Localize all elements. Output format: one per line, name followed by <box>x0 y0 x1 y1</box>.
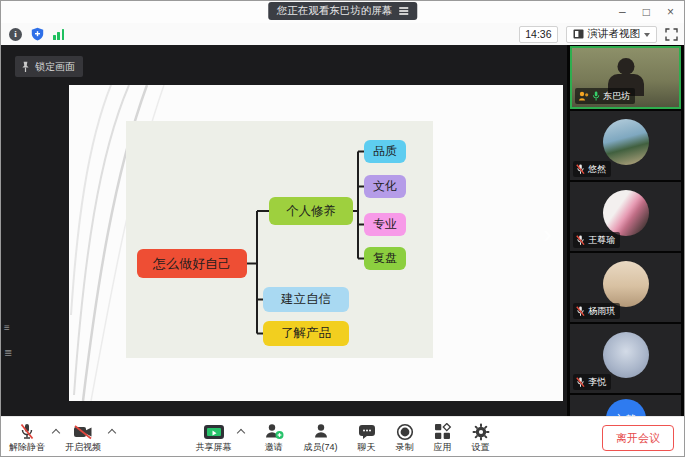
fullscreen-icon[interactable] <box>665 28 678 41</box>
titlebar: 您正在观看东巴坊的屏幕 – □ × <box>1 1 684 23</box>
mindmap-leaf-node: 专业 <box>364 213 406 236</box>
apps-icon <box>434 423 452 440</box>
toolbar-left-group: 解除静音 开启视频 <box>9 422 115 452</box>
close-button[interactable]: × <box>667 6 674 18</box>
participant-name: 悠然 <box>588 163 606 176</box>
participants-sidebar: 东巴坊 悠然 <box>567 45 684 416</box>
leave-meeting-button[interactable]: 离开会议 <box>602 425 674 451</box>
record-button[interactable]: 录制 <box>396 422 414 452</box>
participant-name: 东巴坊 <box>603 90 630 103</box>
participant-namebar: 李悦 <box>573 374 611 390</box>
annotation-list-icon[interactable]: ≣ <box>4 347 12 358</box>
minimize-button[interactable]: – <box>619 6 626 18</box>
share-options-chevron[interactable] <box>236 429 244 437</box>
mic-muted-icon <box>576 306 585 317</box>
camera-off-icon <box>73 424 93 440</box>
lock-view-label: 锁定画面 <box>35 60 75 74</box>
participant-tile[interactable]: 李悦 <box>570 324 681 393</box>
participant-tile[interactable]: 王尊瑜 <box>570 182 681 251</box>
mic-on-icon <box>592 91 600 101</box>
mindmap-canvas: 怎么做好自己 个人修养 建立自信 了解产品 品质 文化 专业 复盘 <box>126 121 433 358</box>
share-screen-label: 共享屏幕 <box>195 443 231 452</box>
bottom-toolbar: 解除静音 开启视频 <box>1 416 684 457</box>
network-signal-icon[interactable] <box>53 28 64 40</box>
members-icon <box>312 423 328 440</box>
mindmap-branch-node: 建立自信 <box>263 287 349 312</box>
share-screen-icon <box>202 424 224 440</box>
chat-label: 聊天 <box>358 443 376 452</box>
speaker-video-silhouette <box>617 58 634 75</box>
security-shield-icon[interactable] <box>31 27 44 41</box>
participant-tile[interactable]: 东巴坊 <box>570 46 681 109</box>
pin-icon <box>21 61 30 73</box>
members-label: 成员(74) <box>303 443 337 452</box>
statusbar: i 14:36 演讲者视图 <box>1 23 684 45</box>
main-area: 锁定画面 怎么做好自己 <box>1 45 684 416</box>
invite-icon <box>263 423 283 440</box>
shared-screen-stage: 锁定画面 怎么做好自己 <box>1 45 567 416</box>
toolbar-center-group: 共享屏幕 邀请 <box>195 422 489 452</box>
start-video-label: 开启视频 <box>65 443 101 452</box>
mic-muted-icon <box>576 164 585 175</box>
participant-tile[interactable]: 杨雨琪 <box>570 253 681 322</box>
participant-tile[interactable]: 文静 <box>570 395 681 416</box>
mindmap-root-node: 怎么做好自己 <box>137 249 247 278</box>
participant-name: 李悦 <box>588 376 606 389</box>
settings-button[interactable]: 设置 <box>472 422 490 452</box>
presenter-icon <box>578 91 589 101</box>
start-video-button[interactable]: 开启视频 <box>65 422 101 452</box>
avatar <box>603 332 649 378</box>
record-icon <box>396 423 414 441</box>
apps-label: 应用 <box>434 443 452 452</box>
banner-text: 您正在观看东巴坊的屏幕 <box>277 4 393 18</box>
invite-button[interactable]: 邀请 <box>263 422 283 452</box>
participant-name: 杨雨琪 <box>588 305 615 318</box>
statusbar-left: i <box>9 23 64 45</box>
meeting-window: 您正在观看东巴坊的屏幕 – □ × i 14:36 <box>0 0 685 457</box>
unmute-button[interactable]: 解除静音 <box>9 422 45 452</box>
avatar <box>603 261 649 307</box>
view-mode-label: 演讲者视图 <box>588 27 641 41</box>
view-mode-selector[interactable]: 演讲者视图 <box>566 26 658 43</box>
lock-view-button[interactable]: 锁定画面 <box>15 56 83 77</box>
mic-muted-icon <box>576 235 585 246</box>
participant-namebar: 东巴坊 <box>575 88 635 104</box>
avatar <box>603 119 649 165</box>
mindmap-leaf-node: 品质 <box>364 140 406 163</box>
chat-button[interactable]: 聊天 <box>358 422 376 452</box>
participant-namebar: 王尊瑜 <box>573 232 620 248</box>
annotation-menu-icon[interactable]: ≡ <box>4 322 10 333</box>
share-screen-button[interactable]: 共享屏幕 <box>195 422 231 452</box>
screen-watch-banner: 您正在观看东巴坊的屏幕 <box>268 2 418 20</box>
layout-icon <box>573 29 584 39</box>
mic-off-icon <box>19 423 35 441</box>
mindmap-branch-node: 了解产品 <box>263 321 349 346</box>
mindmap-leaf-node: 复盘 <box>364 247 406 270</box>
statusbar-right: 14:36 演讲者视图 <box>519 23 678 45</box>
apps-button[interactable]: 应用 <box>434 422 452 452</box>
meeting-info-icon[interactable]: i <box>9 28 22 41</box>
banner-menu-icon[interactable] <box>399 7 408 14</box>
record-label: 录制 <box>396 443 414 452</box>
mindmap-leaf-node: 文化 <box>364 175 406 198</box>
maximize-button[interactable]: □ <box>643 6 650 18</box>
unmute-label: 解除静音 <box>9 443 45 452</box>
next-slide-arrow[interactable]: › <box>543 221 552 247</box>
mic-options-chevron[interactable] <box>52 429 60 437</box>
participant-tile[interactable]: 悠然 <box>570 111 681 180</box>
participant-namebar: 杨雨琪 <box>573 303 620 319</box>
avatar: 文静 <box>606 399 646 416</box>
video-options-chevron[interactable] <box>108 429 116 437</box>
participant-name: 王尊瑜 <box>588 234 615 247</box>
invite-label: 邀请 <box>264 443 282 452</box>
settings-label: 设置 <box>472 443 490 452</box>
avatar <box>603 190 649 236</box>
window-controls: – □ × <box>619 1 674 23</box>
mindmap-branch-node: 个人修养 <box>269 197 353 225</box>
members-button[interactable]: 成员(74) <box>303 422 337 452</box>
mic-muted-icon <box>576 377 585 388</box>
chevron-down-icon <box>644 33 650 40</box>
participant-namebar: 悠然 <box>573 161 611 177</box>
chat-icon <box>358 424 376 440</box>
meeting-timer: 14:36 <box>519 26 557 43</box>
